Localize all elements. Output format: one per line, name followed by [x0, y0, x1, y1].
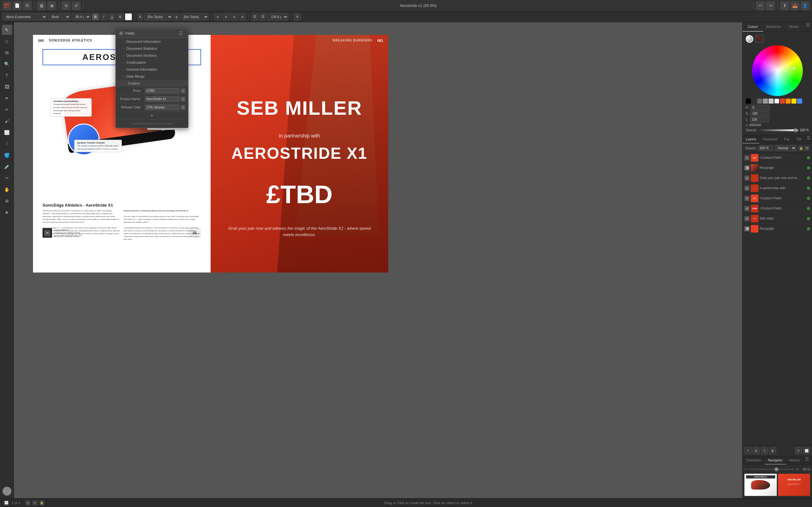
brush-tool[interactable]: 🖌 — [2, 116, 12, 126]
zoom-slider[interactable] — [749, 469, 794, 470]
line-tool[interactable]: / — [2, 139, 12, 149]
ligature-button[interactable]: fi — [294, 13, 301, 20]
fields-section-doc-info[interactable]: › Document Information — [116, 38, 188, 45]
fields-section-general-info[interactable]: › General Information — [116, 66, 188, 73]
file-icon[interactable]: 📄 — [13, 1, 21, 10]
zoom-out-button[interactable]: − — [745, 467, 747, 472]
para-style-select[interactable]: [No Style] — [144, 13, 172, 20]
layer-item-custom1[interactable]: A AX1 <Custom Field> — [743, 153, 812, 163]
layer-visibility-dot[interactable] — [807, 166, 810, 170]
opacity-slider[interactable] — [758, 129, 798, 131]
layer-item-grab-text[interactable]: A — Grab your pair now and wi... — [743, 173, 812, 183]
italic-button[interactable]: I — [100, 13, 107, 20]
par-tab[interactable]: Par — [781, 135, 793, 144]
fx-button[interactable]: fx — [795, 447, 802, 454]
font-style-select[interactable]: Bold — [48, 13, 70, 20]
canvas-area[interactable]: ⊞ Fields ☰ › Document Information › Docu… — [14, 22, 742, 498]
image-tool[interactable]: 🖼 — [2, 82, 12, 92]
swatch-dark[interactable] — [751, 99, 757, 104]
layer-visibility-dot[interactable] — [807, 176, 810, 180]
align-justify-button[interactable]: ≡ — [239, 13, 246, 20]
color-circle-preview[interactable] — [746, 35, 753, 43]
list-unordered-button[interactable]: ☰ — [251, 13, 258, 20]
tst-tab[interactable]: TSt — [793, 135, 804, 144]
color-wheel-container[interactable] — [752, 45, 803, 96]
app-logo[interactable] — [3, 1, 11, 10]
release-value[interactable]: 17th January — [145, 105, 179, 110]
color-panel-menu[interactable]: ☰ — [804, 22, 812, 32]
layer-item-rect-orange[interactable]: 🖼 Rectangle — [743, 224, 812, 234]
swatch-black[interactable] — [746, 99, 751, 104]
list-ordered-button[interactable]: ☰ — [259, 13, 266, 20]
effects-tool[interactable]: ★ — [2, 207, 12, 217]
toggle-view-button[interactable]: ⊞ — [26, 500, 31, 505]
text-tool[interactable]: T — [2, 70, 12, 80]
layer-visibility-dot[interactable] — [807, 207, 810, 210]
crop-tool[interactable]: ⊞ — [2, 48, 12, 58]
char-style-select[interactable]: [No Style] — [180, 13, 209, 20]
place-icon[interactable]: ⊕ — [61, 1, 70, 10]
text-color-swatch[interactable] — [125, 13, 132, 20]
layer-item-custom2[interactable]: A AX1 <Custom Field> — [743, 193, 812, 204]
fill-tool[interactable]: 🪣 — [2, 150, 12, 160]
swatch-yellow[interactable] — [792, 99, 797, 104]
swatch-lgray[interactable] — [763, 99, 768, 104]
strikethrough-button[interactable]: S — [117, 13, 124, 20]
swatch-white[interactable] — [774, 99, 779, 104]
transform-tab[interactable]: Transform — [743, 456, 765, 464]
redo-icon[interactable]: ↪ — [766, 1, 775, 10]
link-icon[interactable]: ⇄ — [72, 1, 81, 10]
align-center-button[interactable]: ≡ — [222, 13, 229, 20]
layers-tab[interactable]: Layers — [743, 135, 759, 144]
pencil-tool[interactable]: ✏ — [2, 105, 12, 115]
field-info-icon[interactable]: ℹ — [181, 97, 186, 102]
layout-icon[interactable]: ◉ — [47, 1, 56, 10]
select-tool[interactable]: ↖ — [2, 25, 12, 35]
layer-visibility-dot[interactable] — [807, 187, 810, 190]
font-size-select[interactable]: 38.4 pt — [72, 13, 91, 20]
hue-input[interactable] — [751, 105, 770, 110]
add-field-button[interactable]: + — [116, 112, 188, 119]
mask-button[interactable]: ⬜ — [803, 447, 810, 454]
fields-section-continuation[interactable]: › Continuation — [116, 59, 188, 66]
underline-button[interactable]: U — [108, 13, 115, 20]
fields-menu-button[interactable]: ☰ — [177, 31, 185, 36]
eyedropper-tool[interactable]: 💉 — [2, 162, 12, 172]
lock-icon[interactable]: 🔒 — [798, 146, 803, 151]
history-tab[interactable]: History — [786, 456, 803, 464]
delete-layer-button[interactable]: 🗑 — [769, 447, 776, 454]
color-none-swatch[interactable] — [756, 35, 763, 43]
layer-visibility-dot[interactable] — [807, 197, 810, 200]
color-wheel[interactable] — [752, 45, 803, 96]
layer-item-price[interactable]: A £TBD <Custom Field> — [743, 204, 812, 214]
align-right-button[interactable]: ≡ — [231, 13, 238, 20]
node-tool[interactable]: ◇ — [2, 36, 12, 46]
zoom-in-button[interactable]: + — [796, 467, 799, 472]
blend-mode-select[interactable]: Normal — [775, 145, 797, 151]
export-icon[interactable]: 📤 — [791, 1, 799, 10]
preview-button[interactable]: 👁 — [32, 500, 38, 505]
hand-tool[interactable]: ✋ — [2, 184, 12, 194]
light-input[interactable] — [750, 117, 769, 122]
layer-visibility-dot[interactable] — [807, 217, 810, 220]
field-info-icon[interactable]: ℹ — [181, 105, 186, 110]
share-icon[interactable]: ⬆ — [780, 1, 789, 10]
character-tab[interactable]: Character — [759, 135, 781, 144]
field-info-icon[interactable]: ℹ — [181, 89, 186, 94]
duplicate-layer-button[interactable]: ⎘ — [761, 447, 768, 454]
fields-section-custom[interactable]: ⌄ Custom — [116, 80, 188, 87]
layer-visibility-dot[interactable] — [807, 227, 810, 230]
swatch-gray[interactable] — [757, 99, 762, 104]
page-right[interactable]: 081 BREAKING BARRIERS SEB MILLER in part… — [211, 35, 388, 273]
shape-tool[interactable]: ⬜ — [2, 127, 12, 137]
tnav-menu-button[interactable]: ☰ — [803, 456, 811, 464]
swatch-orange[interactable] — [786, 99, 791, 104]
line-height-select[interactable]: (34.6 pt) — [268, 13, 288, 20]
font-family-select[interactable]: Akira Expanded — [3, 13, 47, 20]
layer-item-seb-miller[interactable]: A SEB Seb miller — [743, 214, 812, 224]
opacity-input[interactable] — [758, 146, 773, 151]
layer-item-rect1[interactable]: 🖼 Rectangle — [743, 163, 812, 173]
fields-section-doc-stats[interactable]: › Document Statistics — [116, 45, 188, 52]
swatches-tab[interactable]: Swatches — [763, 22, 784, 32]
snap-tool[interactable]: ⊕ — [2, 196, 12, 206]
